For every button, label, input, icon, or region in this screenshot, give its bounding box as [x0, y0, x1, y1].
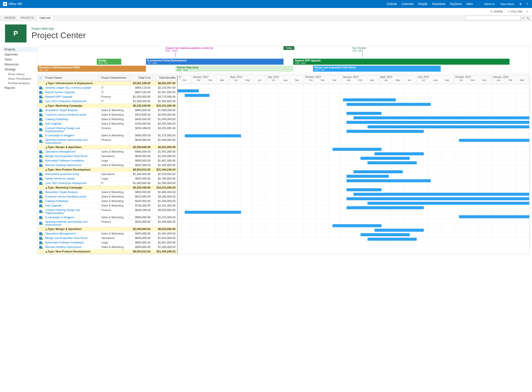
gear-icon[interactable]: ⚙: [518, 2, 522, 6]
timeline-bar[interactable]: Design4/11 - 5/3: [97, 59, 121, 65]
project-row[interactable]: Safety helmet for infantsLegal$825,000.0…: [38, 177, 177, 181]
gantt-bar[interactable]: [459, 215, 529, 218]
project-name-cell[interactable]: Customer service feedback portal: [44, 113, 100, 117]
project-name-cell[interactable]: Catalog Publishing: [44, 117, 100, 121]
suite-link-skydrive[interactable]: SkyDrive: [450, 2, 462, 6]
project-name-cell[interactable]: Sporting celebrity sponsorship and endor…: [44, 138, 100, 145]
project-row[interactable]: Apparel ERP UpgradeFinance$1,020,000.00$…: [38, 95, 177, 99]
project-name-cell[interactable]: E-campaign to bloggers: [44, 215, 100, 219]
project-name-cell[interactable]: Acquisition Target Analysis: [44, 108, 100, 112]
ribbon-tab-timeline[interactable]: TIMELINE: [36, 15, 54, 21]
project-row[interactable]: General Ledger (GL) currency updateIT$66…: [38, 86, 177, 90]
nav-item-tasks[interactable]: Tasks: [3, 57, 38, 62]
help-icon[interactable]: ?: [525, 2, 529, 6]
project-name-cell[interactable]: Safety helmet for infants: [44, 177, 100, 181]
gantt-bar[interactable]: [346, 103, 431, 106]
project-row[interactable]: Merger and Acquisition Deal RoomOperatio…: [38, 236, 177, 240]
project-name-cell[interactable]: Payroll System Upgrade: [44, 90, 100, 94]
timeline-bar[interactable]: E-commerce Portal Development7/2 - 1/16: [146, 59, 284, 65]
focus-content-icon[interactable]: ⤢: [526, 10, 528, 13]
col-header-name[interactable]: Project Name: [44, 75, 100, 81]
gantt-bar[interactable]: [354, 170, 403, 173]
gantt-bar[interactable]: [346, 188, 382, 191]
project-name-cell[interactable]: Sporting celebrity sponsorship and endor…: [44, 220, 100, 227]
gantt-bar[interactable]: [360, 233, 410, 236]
suite-link-outlook[interactable]: Outlook: [386, 2, 397, 6]
suite-brand[interactable]: O Office 365: [3, 2, 22, 6]
project-row[interactable]: Customer service feedback portalSales & …: [38, 113, 177, 117]
timeline-bar[interactable]: Partner Help Desk8/15 - 1/28: [175, 66, 293, 72]
project-name-cell[interactable]: Automated Software Installation: [44, 159, 100, 163]
nav-item-reports[interactable]: Reports: [3, 85, 38, 90]
search-icon[interactable]: 🔍: [526, 17, 530, 19]
timeline-bar[interactable]: Merger and Acquisition Deal Room2/28 - 7…: [313, 66, 441, 72]
gantt-bar[interactable]: [346, 175, 389, 178]
timeline-bar[interactable]: Apparel ERP Upgrade1/28 - 8/30: [293, 59, 510, 65]
nav-item-strategy[interactable]: Strategy: [3, 67, 38, 72]
suite-link-sites[interactable]: Sites: [466, 2, 473, 6]
gantt-bar[interactable]: [185, 134, 241, 137]
gantt-bar[interactable]: [185, 94, 209, 97]
gantt-bar[interactable]: [368, 161, 417, 164]
project-row[interactable]: Remote Desktop DeploymentSales & Marketi…: [38, 163, 177, 168]
ribbon-tab-browse[interactable]: BROWSE: [2, 15, 18, 21]
project-row[interactable]: Remote Desktop DeploymentSales & Marketi…: [38, 245, 177, 249]
project-row[interactable]: Operations ManagementSales & Marketing$4…: [38, 150, 177, 154]
project-row[interactable]: Automated Software InstallationLegal$800…: [38, 240, 177, 245]
project-name-cell[interactable]: Content Filtering Design and Implementat…: [44, 126, 100, 133]
timeline-callout[interactable]: Tax Checker1/14 - 6/11: [352, 47, 366, 57]
gantt-bar[interactable]: [368, 202, 529, 205]
nav-item-driver-prioritization[interactable]: Driver Prioritization: [3, 76, 38, 81]
gantt-bar[interactable]: [368, 238, 417, 241]
project-name-cell[interactable]: Remote Desktop Deployment: [44, 163, 100, 167]
ribbon-tab-projects[interactable]: PROJECTS: [18, 15, 36, 21]
gantt-bar[interactable]: [354, 116, 529, 119]
suite-link-people[interactable]: People: [418, 2, 427, 6]
gantt-pane[interactable]: 11DecJanuary, 2012JanFebMarApril, 2012Ap…: [178, 75, 529, 254]
project-name-cell[interactable]: Removable protective lining: [44, 172, 100, 176]
project-row[interactable]: Hub UpgradeSales & Marketing$705,000.00$…: [38, 203, 177, 208]
gantt-bar[interactable]: [374, 229, 424, 232]
project-row[interactable]: Automated Software InstallationLegal$800…: [38, 159, 177, 163]
gantt-bar[interactable]: [346, 130, 424, 133]
project-row[interactable]: Lync 2012 Enterprise DeploymentIT$1,000,…: [38, 181, 177, 186]
follow-button[interactable]: ☆ FOLLOW: [507, 10, 522, 13]
project-row[interactable]: Customer service feedback portalSales & …: [38, 195, 177, 199]
group-header-row[interactable]: Type: Marketing Campaign$5,235,348.00$15…: [38, 186, 177, 190]
group-header-row[interactable]: Type: New Product Development$8,653,012.…: [38, 168, 177, 172]
gantt-bar[interactable]: [332, 148, 382, 151]
project-name-cell[interactable]: Merger and Acquisition Deal Room: [44, 154, 100, 158]
admin-menu[interactable]: Admin ▾: [484, 2, 494, 6]
nav-item-portfolio-analyses[interactable]: Portfolio Analyses: [3, 81, 38, 85]
project-name-cell[interactable]: Automated Software Installation: [44, 240, 100, 245]
project-name-cell[interactable]: E-campaign to bloggers: [44, 133, 100, 138]
gantt-bar[interactable]: [185, 211, 241, 214]
project-row[interactable]: Catalog PublishingSales & Marketing$435,…: [38, 117, 177, 122]
project-name-cell[interactable]: Catalog Publishing: [44, 199, 100, 203]
project-row[interactable]: Removable protective liningOperations$1,…: [38, 172, 177, 177]
gantt-bar[interactable]: [374, 152, 424, 155]
project-row[interactable]: Sporting celebrity sponsorship and endor…: [38, 220, 177, 227]
project-row[interactable]: Acquisition Target AnalysisSales & Marke…: [38, 108, 177, 113]
nav-item-driver-library[interactable]: Driver Library: [3, 72, 38, 76]
nav-item-approvals[interactable]: Approvals: [3, 52, 38, 57]
group-header-row[interactable]: Type: New Product Development$8,653,012.…: [38, 249, 177, 254]
project-name-cell[interactable]: Operations Management: [44, 231, 100, 236]
gantt-bar[interactable]: [332, 224, 382, 227]
timeline-strip[interactable]: Today Expand raw material acquisition ve…: [38, 46, 530, 73]
gantt-bar[interactable]: [346, 121, 529, 124]
project-name-cell[interactable]: Hub Upgrade: [44, 203, 100, 208]
gantt-bar[interactable]: [368, 125, 529, 128]
suite-link-calendar[interactable]: Calendar: [402, 2, 414, 6]
gantt-bar[interactable]: [346, 179, 431, 182]
project-name-cell[interactable]: Acquisition Target Analysis: [44, 190, 100, 194]
project-name-cell[interactable]: Remote Desktop Deployment: [44, 245, 100, 249]
group-header-row[interactable]: Type: Merger & Aquisition$2,500,000.00$6…: [38, 145, 177, 150]
gantt-bar[interactable]: [178, 89, 199, 92]
project-row[interactable]: E-campaign to bloggersSales & Marketing$…: [38, 215, 177, 220]
col-header-dept[interactable]: Project Departments: [100, 75, 130, 81]
search-dropdown-icon[interactable]: ▾: [522, 17, 524, 19]
project-row[interactable]: Sporting celebrity sponsorship and endor…: [38, 138, 177, 145]
project-name-cell[interactable]: Lync 2012 Enterprise Deployment: [44, 181, 100, 185]
project-name-cell[interactable]: Apparel ERP Upgrade: [44, 95, 100, 99]
